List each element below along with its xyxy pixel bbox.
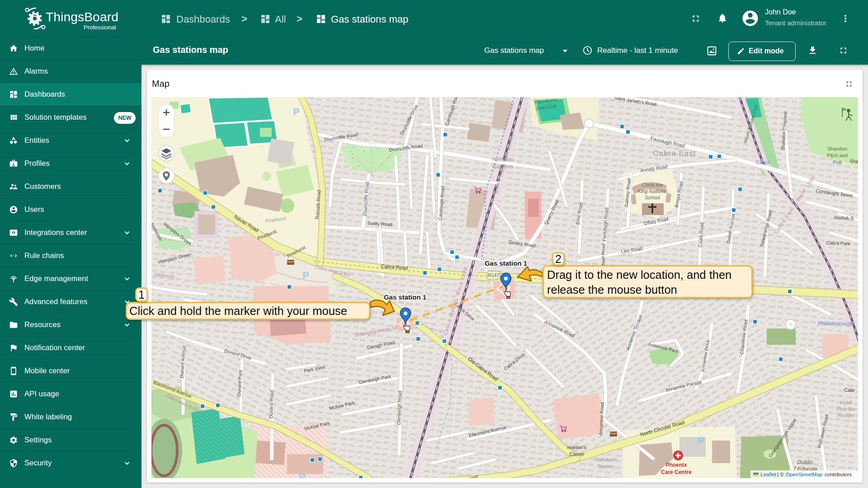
svg-text:OpenStreetMap: OpenStreetMap [786, 472, 822, 477]
svg-text:Leaflet: Leaflet [760, 472, 776, 477]
svg-text:Norfolk R: Norfolk R [834, 215, 854, 221]
svg-text:Square: Square [598, 464, 613, 469]
svg-text:P: P [293, 106, 300, 117]
svg-text:R147: R147 [488, 272, 499, 278]
svg-text:Cabra East: Cabra East [653, 149, 696, 158]
svg-text:contributors: contributors [825, 472, 852, 477]
svg-text:School: School [645, 195, 660, 200]
svg-text:Shandon: Shandon [827, 146, 847, 151]
svg-text:Pitch and: Pitch and [827, 153, 848, 158]
svg-text:Shandc: Shandc [849, 158, 858, 164]
svg-text:| ©: | © [777, 472, 784, 477]
svg-text:Resider: Resider [838, 413, 854, 418]
svg-text:P: P [299, 471, 306, 478]
svg-text:Dunard Road: Dunard Road [268, 390, 274, 418]
svg-text:Cabra: Cabra [755, 160, 770, 165]
svg-text:Highfi: Highfi [840, 400, 853, 405]
svg-text:Putt: Putt [833, 160, 842, 165]
svg-text:Christ the: Christ the [642, 182, 663, 188]
svg-text:Cabr: Cabr [844, 387, 855, 393]
svg-text:Park Stu: Park Stu [837, 406, 855, 412]
svg-text:Dublin: Dublin [797, 459, 813, 465]
svg-text:P: P [302, 270, 309, 281]
svg-text:Care Centre: Care Centre [661, 469, 692, 475]
svg-text:Phoenix: Phoenix [666, 462, 687, 468]
svg-text:Gas station 1: Gas station 1 [384, 293, 426, 301]
svg-text:Hanlon's: Hanlon's [567, 445, 587, 450]
svg-text:Rathdown: Rathdown [594, 457, 617, 462]
svg-text:Corner: Corner [569, 451, 585, 457]
svg-text:Gas station 1: Gas station 1 [485, 259, 527, 267]
svg-text:Phibsborough: Phibsborough [818, 320, 854, 327]
svg-text:P: P [698, 435, 704, 446]
svg-text:Cabra Park: Cabra Park [826, 240, 850, 246]
svg-text:maal Road: maal Road [600, 244, 606, 267]
svg-text:King National: King National [637, 188, 667, 194]
